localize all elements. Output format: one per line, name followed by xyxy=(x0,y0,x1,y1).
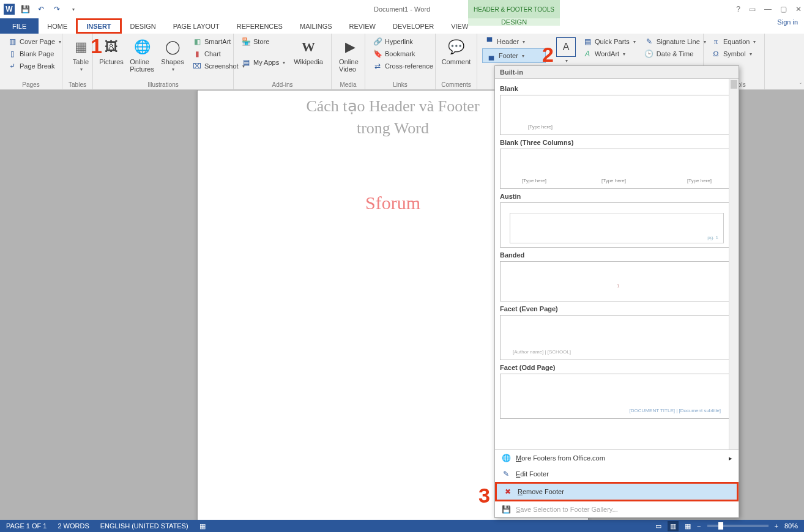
zoom-out-icon[interactable]: − xyxy=(697,522,701,530)
title-bar: W 💾 ↶ ↷ Document1 - Word HEADER & FOOTER… xyxy=(0,0,804,18)
wikipedia-icon: W xyxy=(299,37,318,57)
link-icon: 🔗 xyxy=(373,37,382,46)
read-mode-icon[interactable]: ▭ xyxy=(655,522,661,530)
footer-icon: ▄ xyxy=(486,51,496,61)
tab-hf-design[interactable]: DESIGN xyxy=(468,18,560,26)
globe-icon: 🌐 xyxy=(501,453,511,463)
gallery-item-blank[interactable]: [Type here] xyxy=(500,95,734,135)
signature-icon: ✎ xyxy=(644,37,654,46)
equation-icon: π xyxy=(711,37,721,46)
tab-home[interactable]: HOME xyxy=(39,18,76,34)
bookmark-button[interactable]: 🔖Bookmark xyxy=(370,48,436,59)
myapps-button[interactable]: ▤My Apps xyxy=(239,57,288,68)
remove-icon: ✖ xyxy=(503,487,513,497)
textbox-button[interactable]: A xyxy=(556,36,576,65)
zoom-in-icon[interactable]: + xyxy=(775,522,778,530)
apps-icon: ▤ xyxy=(241,57,251,67)
page-break-icon: ⤶ xyxy=(7,61,17,71)
wikipedia-button[interactable]: WWikipedia xyxy=(291,36,326,67)
save-gallery-icon: 💾 xyxy=(501,504,511,514)
symbol-button[interactable]: ΩSymbol xyxy=(709,48,758,59)
gallery-item-facet-even[interactable]: [Author name] | [SCHOOL] xyxy=(500,315,734,360)
save-icon[interactable]: 💾 xyxy=(20,4,31,15)
gallery-item-label: Facet (Even Page) xyxy=(500,305,734,312)
online-pictures-button[interactable]: 🌐Online Pictures xyxy=(128,36,155,74)
blank-page-icon: ▯ xyxy=(7,49,17,59)
gallery-item-label: Blank xyxy=(500,85,734,92)
screenshot-icon: ⌧ xyxy=(192,61,202,71)
cover-page-button[interactable]: ▥Cover Page xyxy=(5,36,64,47)
status-language[interactable]: ENGLISH (UNITED STATES) xyxy=(100,522,188,530)
gallery-item-austin[interactable]: pg. 1 xyxy=(500,202,734,248)
macro-icon[interactable]: ▦ xyxy=(199,522,206,530)
maximize-icon[interactable]: ▢ xyxy=(780,5,787,13)
header-button[interactable]: ▀Header xyxy=(482,36,546,47)
quickparts-button[interactable]: ▤Quick Parts xyxy=(580,36,638,47)
footer-gallery: Built-in Blank [Type here] Blank (Three … xyxy=(494,65,739,518)
picture-icon: 🖼 xyxy=(102,37,121,57)
wordart-icon: A xyxy=(583,49,592,59)
help-icon[interactable]: ? xyxy=(736,5,740,13)
tab-references[interactable]: REFERENCES xyxy=(228,18,291,34)
store-icon: 🏪 xyxy=(241,37,251,46)
gallery-scroll[interactable]: Blank [Type here] Blank (Three Columns) … xyxy=(495,79,739,449)
tab-review[interactable]: REVIEW xyxy=(341,18,384,34)
sign-in-link[interactable]: Sign in xyxy=(771,18,804,34)
edit-footer-cmd[interactable]: ✎Edit Footer xyxy=(495,466,739,482)
video-icon: ▶ xyxy=(340,37,360,57)
datetime-button[interactable]: 🕒Date & Time xyxy=(642,48,709,59)
signature-line-button[interactable]: ✎Signature Line xyxy=(642,36,709,47)
page-break-button[interactable]: ⤶Page Break xyxy=(5,61,64,72)
ribbon-options-icon[interactable]: ▭ xyxy=(749,5,756,13)
page-icon: ▥ xyxy=(7,37,17,46)
print-layout-icon[interactable]: ▥ xyxy=(668,521,679,531)
zoom-level[interactable]: 80% xyxy=(784,522,798,530)
gallery-item-three-columns[interactable]: [Type here] [Type here] [Type here] xyxy=(500,149,734,189)
store-button[interactable]: 🏪Store xyxy=(239,36,288,47)
smartart-icon: ◧ xyxy=(192,37,202,46)
hyperlink-button[interactable]: 🔗Hyperlink xyxy=(370,36,436,47)
qat-customize[interactable] xyxy=(67,4,78,15)
document-title: Document1 - Word xyxy=(374,6,430,13)
annotation-1: 1 xyxy=(91,35,102,56)
ribbon-collapse-icon[interactable]: ˇ xyxy=(800,82,802,88)
gallery-header: Built-in xyxy=(495,66,739,79)
cross-reference-button[interactable]: ⇄Cross-reference xyxy=(370,61,436,72)
tab-file[interactable]: FILE xyxy=(0,18,39,34)
equation-button[interactable]: πEquation xyxy=(709,36,758,47)
close-icon[interactable]: ✕ xyxy=(795,5,802,13)
tab-page-layout[interactable]: PAGE LAYOUT xyxy=(165,18,228,34)
group-label-comments: Comments xyxy=(441,80,472,88)
wordart-button[interactable]: AWordArt xyxy=(580,48,638,59)
blank-page-button[interactable]: ▯Blank Page xyxy=(5,48,64,59)
gallery-scrollbar[interactable] xyxy=(729,79,739,449)
online-video-button[interactable]: ▶Online Video xyxy=(337,36,363,74)
undo-icon[interactable]: ↶ xyxy=(35,4,47,15)
minimize-icon[interactable]: — xyxy=(764,5,772,13)
tab-design[interactable]: DESIGN xyxy=(122,18,165,34)
shapes-button[interactable]: ◯Shapes xyxy=(159,36,186,73)
group-label-illustrations: Illustrations xyxy=(98,80,228,88)
group-label-addins: Add-ins xyxy=(239,80,326,88)
comment-icon: 💬 xyxy=(447,37,466,57)
tab-mailings[interactable]: MAILINGS xyxy=(291,18,341,34)
gallery-item-label: Banded xyxy=(500,251,734,259)
zoom-slider[interactable] xyxy=(707,525,769,527)
footer-button[interactable]: ▄Footer xyxy=(482,48,546,63)
status-words[interactable]: 2 WORDS xyxy=(58,522,89,530)
more-footers-cmd[interactable]: 🌐MMore Footers from Office.comore Footer… xyxy=(495,450,739,466)
annotation-2: 2 xyxy=(542,44,554,65)
redo-icon[interactable]: ↷ xyxy=(51,4,62,15)
word-icon: W xyxy=(4,4,15,15)
tab-insert[interactable]: INSERT xyxy=(76,18,121,34)
remove-footer-cmd[interactable]: ✖Remove Footer xyxy=(495,482,739,501)
gallery-item-facet-odd[interactable]: [DOCUMENT TITLE] | [Document subtitle] xyxy=(500,374,734,419)
tab-developer[interactable]: DEVELOPER xyxy=(384,18,442,34)
web-layout-icon[interactable]: ▦ xyxy=(685,522,691,530)
gallery-item-banded[interactable]: 1 xyxy=(500,261,734,301)
comment-button[interactable]: 💬Comment xyxy=(441,36,472,67)
table-icon: ▦ xyxy=(71,37,91,57)
save-selection-cmd[interactable]: 💾Save Selection to Footer Gallery... xyxy=(495,501,739,517)
textbox-icon: A xyxy=(556,37,576,57)
status-page[interactable]: PAGE 1 OF 1 xyxy=(6,522,47,530)
